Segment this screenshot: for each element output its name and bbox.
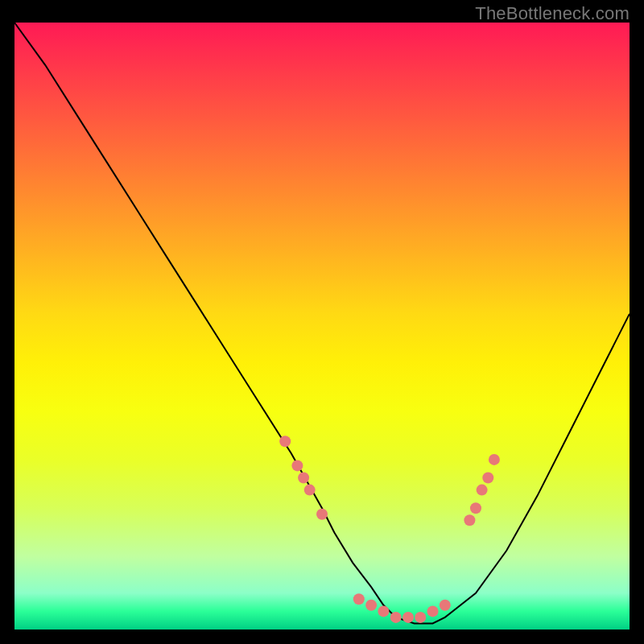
marker-dot [304,485,316,496]
marker-dot [378,605,389,617]
marker-dot [353,593,365,605]
chart-frame: TheBottleneck.com [0,0,644,644]
marker-dot [470,502,481,514]
marker-dot [482,473,493,484]
markers [279,436,500,623]
marker-dot [477,485,488,496]
marker-dot [464,514,475,526]
marker-dot [440,600,451,611]
marker-dot [291,460,303,471]
marker-dot [298,473,309,484]
marker-dot [489,454,500,465]
marker-dot [390,612,402,623]
bottleneck-curve [14,23,630,624]
marker-dot [279,436,291,447]
plot-area [14,23,630,630]
marker-dot [427,605,439,617]
marker-dot [415,612,426,623]
curve-layer [14,23,630,630]
watermark-text: TheBottleneck.com [475,3,630,24]
marker-dot [402,612,414,623]
marker-dot [316,509,328,520]
marker-dot [365,600,377,611]
